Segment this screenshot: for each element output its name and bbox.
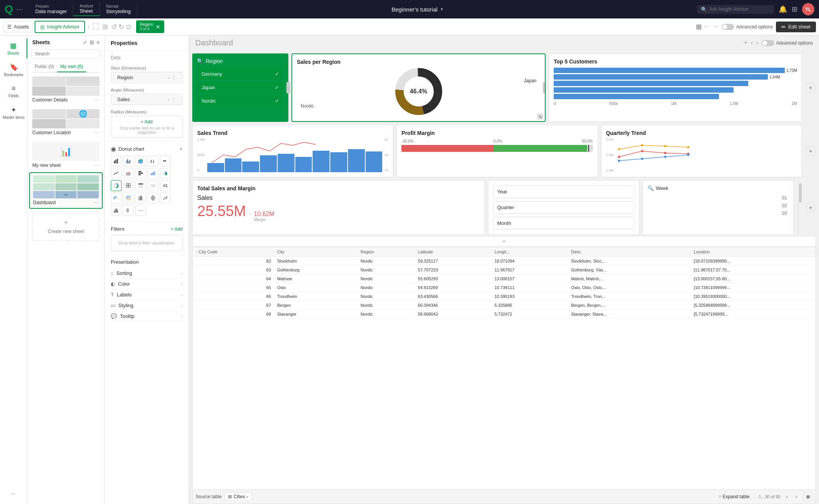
vis-icon-table[interactable] [135, 180, 146, 191]
vis-icon-combo[interactable] [123, 168, 134, 179]
add-chart-icon[interactable]: + [744, 39, 748, 47]
nav-analyze[interactable]: Analyze Sheet [73, 2, 100, 16]
table-add-row[interactable]: + [192, 236, 816, 247]
week-val-03[interactable]: 03 [648, 210, 789, 217]
vis-collapse-icon[interactable]: ▾ [180, 146, 183, 152]
add-column-right-button[interactable]: + [806, 83, 815, 92]
color-row[interactable]: ◐ Color › [111, 279, 183, 289]
tab-public[interactable]: Public (0) [32, 62, 57, 72]
scrollbar-thumb[interactable] [799, 183, 802, 203]
vis-icon-donut[interactable] [111, 180, 122, 191]
region-item-japan[interactable]: Japan ✓ [197, 82, 284, 93]
sheet-item-dashboard[interactable]: #1 Dashboard ⋯ [29, 172, 103, 209]
sheet-more-customer-details[interactable]: ⋯ [94, 97, 100, 103]
vis-icon-box[interactable] [123, 205, 134, 216]
vis-icon-flat-table[interactable] [148, 180, 158, 191]
sidebar-item-fields[interactable]: ≡ Fields [0, 82, 27, 101]
grid-view-icon[interactable]: ⊞ [696, 23, 702, 31]
sidebar-item-bookmarks[interactable]: 🔖 Bookmarks [0, 60, 27, 80]
col-city[interactable]: City [274, 247, 358, 257]
region-badge-close-icon[interactable]: ✕ [156, 24, 160, 30]
toggle-switch[interactable] [722, 24, 734, 30]
resize-handle[interactable]: ⤡ [537, 113, 543, 120]
nav-narrate[interactable]: Narrate Storytelling [100, 3, 137, 16]
sheet-item-customer-location[interactable]: 🌐 Customer Location ⋯ [29, 107, 103, 138]
add-column-right-2-button[interactable]: + [806, 146, 815, 156]
vertical-scrollbar[interactable] [798, 180, 802, 235]
week-val-01[interactable]: 01 [648, 194, 789, 202]
slice-value-row[interactable]: Region › ⋮ [111, 72, 183, 83]
create-sheet-button[interactable]: + Create new sheet [32, 212, 100, 241]
vis-icon-bullet[interactable] [160, 156, 171, 166]
assets-button[interactable]: ☰ Assets [3, 21, 33, 32]
month-filter[interactable]: Month [493, 217, 634, 230]
add-radius-button[interactable]: + Add [141, 119, 153, 125]
advanced-options[interactable]: Advanced options [762, 40, 813, 46]
vis-icon-mekko[interactable] [135, 193, 146, 203]
col-latitude[interactable]: Latitude [415, 247, 491, 257]
vis-icon-text[interactable]: #1 [160, 180, 171, 191]
apps-grid-icon[interactable]: ⊞ [792, 5, 797, 13]
vis-icon-map[interactable] [148, 193, 158, 203]
angle-menu-icon[interactable]: ⋮ [171, 96, 176, 102]
forward-icon[interactable]: → [712, 23, 719, 31]
app-title-dropdown-icon[interactable]: ▾ [441, 7, 443, 12]
vis-icon-treemap[interactable] [123, 193, 134, 203]
add-filter-button[interactable]: + Add [171, 226, 183, 232]
vis-icon-waterfall[interactable] [148, 156, 158, 166]
week-val-02[interactable]: 02 [648, 202, 789, 210]
next-page-button[interactable]: › [792, 493, 800, 501]
add-column-right-3-button[interactable]: + [806, 203, 815, 212]
vis-icon-pie[interactable] [160, 168, 171, 179]
sorting-row[interactable]: ↕ Sorting › [111, 268, 183, 279]
undo-icon[interactable]: ↺ [111, 23, 117, 31]
collapse-icon[interactable]: ‹ [751, 39, 753, 47]
sidebar-item-sheets[interactable]: ▦ Sheets [0, 38, 27, 58]
expand-icon[interactable]: › [756, 39, 759, 47]
col-desc[interactable]: Desc [568, 247, 691, 257]
back-icon[interactable]: ← [703, 23, 710, 31]
list-icon[interactable]: ≡ [97, 39, 100, 45]
vis-icon-histogram[interactable] [111, 205, 122, 216]
donut-drag-handle[interactable]: ⋮ [543, 82, 546, 93]
sheet-more-customer-location[interactable]: ⋯ [94, 130, 100, 136]
year-filter[interactable]: Year [493, 185, 634, 198]
labels-row[interactable]: T Labels › [111, 289, 183, 300]
insight-search-bar[interactable]: 🔍 [697, 5, 774, 14]
sheets-search-input[interactable] [32, 49, 100, 58]
redo-icon[interactable]: ↻ [118, 23, 124, 31]
vis-icon-area[interactable] [148, 168, 158, 179]
region-drag-handle[interactable]: ⋮ [286, 82, 290, 93]
nav-dots-icon[interactable]: ⋯ [16, 5, 23, 13]
sheet-item-my-new-sheet[interactable]: 📊 My new sheet ⋯ [29, 140, 103, 171]
vis-icon-more[interactable]: ⋯ [135, 205, 146, 216]
col-longitude[interactable]: Longit... [491, 247, 568, 257]
collapse-sidebar-icon[interactable]: ← [10, 490, 17, 498]
vis-icon-stacked[interactable] [135, 156, 146, 166]
vis-icon-scatter[interactable] [160, 193, 171, 203]
fullscreen-icon[interactable]: ⛶ [92, 23, 99, 31]
table-scroll[interactable]: ↕ City Code City Region Latitude Longit.… [193, 247, 816, 489]
table-settings-button[interactable]: ⊞ [803, 492, 812, 501]
advanced-toggle-switch[interactable] [762, 40, 774, 46]
nav-prepare[interactable]: Prepare Data manager [29, 3, 73, 16]
angle-expand-icon[interactable]: › [168, 96, 170, 102]
sheet-more-dashboard[interactable]: ⋯ [93, 200, 99, 206]
quarter-filter[interactable]: Quarter [493, 201, 634, 214]
target-icon[interactable]: ⊙ [126, 23, 132, 31]
sheet-item-customer-details[interactable]: Customer Details ⋯ [29, 74, 103, 105]
vis-icon-line[interactable] [111, 168, 122, 179]
prev-page-button[interactable]: ‹ [783, 493, 791, 501]
slice-expand-icon[interactable]: › [168, 75, 170, 80]
advanced-options-toggle[interactable]: Advanced options [722, 24, 773, 30]
expand-table-button[interactable]: ↑ Expand table [719, 494, 749, 499]
tooltip-row[interactable]: 💬 Tooltip › [111, 311, 183, 322]
expand-icon[interactable]: ⤢ [83, 39, 87, 45]
col-location[interactable]: Location [691, 247, 816, 257]
angle-value-row[interactable]: Sales › ⋮ [111, 94, 183, 105]
avatar[interactable]: TL [802, 3, 814, 15]
grid-snap-icon[interactable]: ⊞ [102, 23, 108, 31]
slice-menu-icon[interactable]: ⋮ [171, 75, 176, 80]
notification-icon[interactable]: 🔔 [779, 5, 787, 13]
styling-row[interactable]: ▭ Styling › [111, 300, 183, 311]
